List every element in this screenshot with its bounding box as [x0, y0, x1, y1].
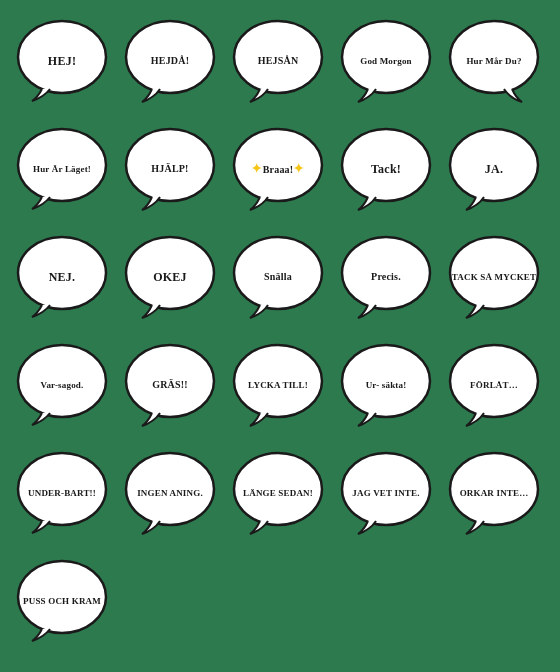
bubble-text-orkar-inte: ORKAR INTE…	[456, 484, 533, 503]
bubble-text-hur-mar-du: Hur Mår Du?	[462, 52, 525, 71]
bubble-tack-sa-mycket[interactable]: TACK SÅ MYCKET	[446, 232, 542, 322]
bubble-hej[interactable]: HEJ!	[14, 16, 110, 106]
bubble-underbart[interactable]: UNDER-BART!!	[14, 448, 110, 538]
bubble-text-precis: Precis.	[367, 267, 405, 287]
bubble-text-tack: Tack!	[367, 158, 405, 180]
bubble-text-varsagod: Var-sagod.	[37, 376, 88, 395]
bubble-hur-ar-laget[interactable]: Hur Är Läget!	[14, 124, 110, 214]
bubble-text-lange-sedan: LÄNGE SEDAN!	[239, 484, 317, 503]
bubble-text-hej: HEJ!	[44, 50, 80, 72]
bubble-hur-mar-du[interactable]: Hur Mår Du?	[446, 16, 542, 106]
bubble-text-ingen-aning: INGEN ANING.	[133, 484, 207, 503]
bubble-hejda[interactable]: HEJDÅ!	[122, 16, 218, 106]
bubble-text-tack-sa-mycket: TACK SÅ MYCKET	[448, 268, 540, 287]
bubble-puss-och-kram[interactable]: PUSS OCH KRAM	[14, 556, 110, 646]
bubble-gras[interactable]: GRÄS!!	[122, 340, 218, 430]
bubble-varsagod[interactable]: Var-sagod.	[14, 340, 110, 430]
bubble-text-ursakta: Ur- säkta!	[362, 376, 411, 395]
bubble-text-hejda: HEJDÅ!	[147, 51, 193, 71]
sticker-grid: HEJ! HEJDÅ! HEJSÅN God Morgon Hur Mår Du…	[0, 0, 560, 672]
bubble-text-ja: JA.	[481, 158, 507, 180]
bubble-jag-vet-inte[interactable]: JAG VET INTE.	[338, 448, 434, 538]
bubble-text-jag-vet-inte: JAG VET INTE.	[348, 484, 423, 503]
bubble-text-okej: OKEJ	[149, 266, 191, 288]
bubble-text-hur-ar-laget: Hur Är Läget!	[29, 160, 95, 179]
bubble-lange-sedan[interactable]: LÄNGE SEDAN!	[230, 448, 326, 538]
bubble-text-underbart: UNDER-BART!!	[24, 484, 100, 503]
bubble-forlat[interactable]: FÖRLÅT…	[446, 340, 542, 430]
bubble-text-puss-och-kram: PUSS OCH KRAM	[19, 592, 105, 611]
bubble-text-nej: NEJ.	[45, 266, 80, 288]
bubble-text-hejsan: HEJSÅN	[254, 51, 303, 71]
bubble-text-snalla: Snälla	[260, 267, 296, 287]
bubble-text-braaa: ✦Braaa!✦	[247, 157, 308, 181]
bubble-snalla[interactable]: Snälla	[230, 232, 326, 322]
bubble-text-forlat: FÖRLÅT…	[466, 376, 522, 395]
bubble-ja[interactable]: JA.	[446, 124, 542, 214]
bubble-god-morgon[interactable]: God Morgon	[338, 16, 434, 106]
bubble-orkar-inte[interactable]: ORKAR INTE…	[446, 448, 542, 538]
bubble-okej[interactable]: OKEJ	[122, 232, 218, 322]
bubble-tack[interactable]: Tack!	[338, 124, 434, 214]
bubble-hjalp[interactable]: HJÄLP!	[122, 124, 218, 214]
bubble-text-gras: GRÄS!!	[148, 375, 192, 395]
bubble-text-lycka-till: LYCKA TILL!	[244, 376, 312, 395]
bubble-nej[interactable]: NEJ.	[14, 232, 110, 322]
bubble-text-god-morgon: God Morgon	[356, 52, 416, 71]
bubble-ingen-aning[interactable]: INGEN ANING.	[122, 448, 218, 538]
bubble-lycka-till[interactable]: LYCKA TILL!	[230, 340, 326, 430]
bubble-hejsan[interactable]: HEJSÅN	[230, 16, 326, 106]
bubble-precis[interactable]: Precis.	[338, 232, 434, 322]
bubble-braaa[interactable]: ✦Braaa!✦	[230, 124, 326, 214]
bubble-text-hjalp: HJÄLP!	[147, 159, 192, 179]
bubble-ursakta[interactable]: Ur- säkta!	[338, 340, 434, 430]
